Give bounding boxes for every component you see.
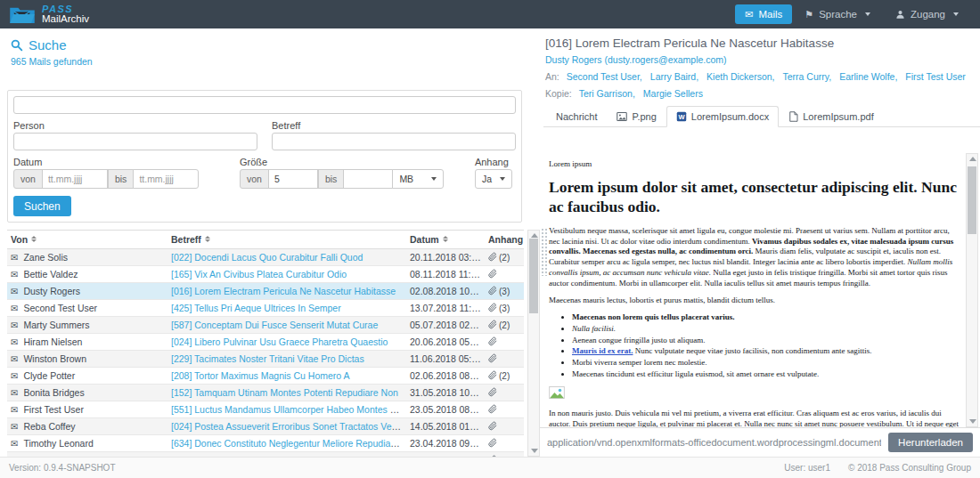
search-submit-button[interactable]: Suchen bbox=[13, 196, 71, 216]
date-from-input[interactable] bbox=[42, 169, 108, 189]
recipient-link[interactable]: Second Test User, bbox=[567, 71, 642, 82]
column-header-von[interactable]: Von bbox=[7, 231, 167, 249]
tab-loremipsum-docx[interactable]: WLoremIpsum.docx bbox=[666, 106, 779, 127]
tab-nachricht[interactable]: Nachricht bbox=[546, 106, 607, 127]
date-label: Datum bbox=[13, 157, 218, 166]
scroll-down-icon[interactable] bbox=[531, 449, 538, 453]
mail-subject-link[interactable]: [208] Tortor Maximus Magnis Cu Homero A bbox=[171, 370, 350, 381]
mail-list-scrollbar[interactable] bbox=[527, 230, 540, 457]
mail-attachment bbox=[485, 401, 524, 418]
recipient-link[interactable]: First Test User bbox=[905, 71, 965, 82]
brand-product: MailArchiv bbox=[42, 13, 89, 24]
to-recipients: Second Test User,Larry Baird,Kieth Dicke… bbox=[567, 71, 974, 82]
brand-logo[interactable]: PASS MailArchiv bbox=[9, 4, 89, 24]
mail-row[interactable]: ✉Bettie Valdez[165] Vix An Civibus Plate… bbox=[7, 266, 524, 283]
mail-row[interactable]: ✉Bonita Bridges[152] Tamquam Utinam Mont… bbox=[7, 385, 524, 401]
document-link[interactable]: Mauris id ex erat. bbox=[572, 346, 633, 355]
size-from-input[interactable] bbox=[268, 169, 318, 189]
mail-subject-link[interactable]: [425] Tellus Pri Aeque Ultrices In Sempe… bbox=[171, 303, 341, 313]
mail-subject-link[interactable]: [229] Tacimates Noster Tritani Vitae Pro… bbox=[171, 353, 364, 364]
mail-row[interactable]: ✉Winston Brown[229] Tacimates Noster Tri… bbox=[7, 351, 524, 368]
envelope-icon: ✉ bbox=[11, 320, 18, 330]
sort-icon[interactable] bbox=[443, 236, 448, 243]
tab-p-png[interactable]: P.png bbox=[607, 106, 666, 127]
mail-row[interactable]: ✉Hiram Nielsen[024] Libero Pulvinar Usu … bbox=[7, 334, 524, 351]
document-heading: Lorem ipsum dolor sit amet, consectetur … bbox=[549, 178, 960, 217]
size-from-addon: von bbox=[240, 169, 269, 189]
envelope-icon: ✉ bbox=[11, 337, 18, 347]
download-button[interactable]: Herunterladen bbox=[888, 433, 973, 452]
attachment-count: (2) bbox=[499, 320, 510, 330]
document-content: Lorem ipsumLorem ipsum dolor sit amet, c… bbox=[543, 153, 963, 427]
mail-date: 05.07.2018 02:34 bbox=[406, 317, 485, 334]
size-unit-value: MB bbox=[399, 174, 413, 184]
attachment-select[interactable]: Ja bbox=[475, 169, 512, 189]
mail-row[interactable]: ✉Marty Summers[587] Conceptam Dui Fusce … bbox=[7, 317, 524, 334]
mail-subject-link[interactable]: [634] Donec Constituto Neglegentur Melio… bbox=[171, 438, 406, 449]
mail-date: 31.05.2018 10:41 bbox=[406, 385, 485, 401]
recipient-link[interactable]: Margie Sellers bbox=[643, 88, 703, 99]
mail-row[interactable]: ✉Timothy Leonard[634] Donec Constituto N… bbox=[7, 435, 524, 452]
scroll-down-icon[interactable] bbox=[969, 419, 976, 424]
mail-row[interactable]: ✉Clyde Potter[208] Tortor Maximus Magnis… bbox=[7, 368, 524, 385]
mail-row[interactable]: ✉Reba Coffey[024] Postea Assueverit Erro… bbox=[7, 418, 524, 435]
fulltext-input[interactable] bbox=[13, 96, 516, 114]
mail-row[interactable]: ✉First Test User[551] Luctus Mandamus Ul… bbox=[7, 401, 524, 418]
mail-subject-link[interactable]: [024] Libero Pulvinar Usu Graece Pharetr… bbox=[171, 336, 388, 347]
recipient-link[interactable]: Teri Garrison, bbox=[579, 88, 635, 99]
column-header-datum[interactable]: Datum bbox=[406, 231, 485, 249]
scroll-up-icon[interactable] bbox=[531, 233, 538, 238]
image-file-icon bbox=[617, 111, 627, 122]
scrollbar-thumb[interactable] bbox=[529, 239, 538, 313]
recipient-link[interactable]: Terra Curry, bbox=[783, 71, 832, 82]
mail-subject-link[interactable]: [551] Luctus Mandamus Ullamcorper Habeo … bbox=[171, 404, 406, 415]
subject-input[interactable] bbox=[272, 133, 516, 150]
paperclip-icon bbox=[488, 336, 497, 346]
column-header-betreff[interactable]: Betreff bbox=[167, 231, 406, 249]
mail-table: VonBetreffDatumAnhang ✉Zane Solis[022] D… bbox=[7, 230, 524, 457]
mail-subject-link[interactable]: [016] Lorem Electram Pericula Ne Nascetu… bbox=[171, 286, 396, 296]
mails-button[interactable]: ✉ Mails bbox=[735, 4, 792, 24]
date-to-input[interactable] bbox=[133, 169, 199, 189]
recipient-link[interactable]: Earline Wolfe, bbox=[839, 71, 897, 82]
document-scrollbar[interactable] bbox=[966, 153, 978, 427]
language-menu[interactable]: ⚑ Sprache bbox=[792, 4, 883, 24]
mail-subject-link[interactable]: [022] Docendi Lacus Quo Curabitur Falli … bbox=[171, 252, 363, 263]
sort-icon[interactable] bbox=[205, 236, 210, 243]
access-menu[interactable]: Zugang bbox=[883, 4, 971, 24]
recipient-link[interactable]: Larry Baird, bbox=[650, 71, 698, 82]
mail-subject-link[interactable]: [165] Vix An Civibus Platea Curabitur Od… bbox=[171, 269, 347, 280]
mail-subject-link[interactable]: [587] Conceptam Dui Fusce Senserit Mutat… bbox=[171, 320, 378, 330]
user-icon bbox=[895, 10, 905, 20]
scroll-up-icon[interactable] bbox=[969, 157, 976, 161]
mail-row[interactable]: ✉Second Test User[425] Tellus Pri Aeque … bbox=[7, 300, 524, 317]
size-to-input[interactable] bbox=[343, 169, 393, 189]
mail-table-body: ✉Zane Solis[022] Docendi Lacus Quo Curab… bbox=[7, 249, 524, 458]
person-input[interactable] bbox=[13, 133, 257, 150]
document-paragraph: Vestibulum neque massa, scelerisque sit … bbox=[549, 226, 960, 289]
mail-row[interactable]: ✉Dusty Rogers[016] Lorem Electram Pericu… bbox=[7, 283, 524, 300]
user-text: User: user1 bbox=[784, 463, 830, 473]
attachment-count: (3) bbox=[499, 304, 510, 313]
mail-subject-link[interactable]: [152] Tamquam Utinam Montes Potenti Repu… bbox=[171, 387, 398, 398]
sort-icon[interactable] bbox=[31, 236, 37, 243]
document-text: Maecenas mauris lectus, lobortis et puru… bbox=[549, 296, 775, 304]
message-from-link[interactable]: Dusty Rogers (dusty.rogers@example.com) bbox=[545, 54, 980, 65]
document-list-item: Aenean congue fringilla justo ut aliquam… bbox=[572, 336, 960, 346]
mail-from: Timothy Leonard bbox=[23, 438, 93, 449]
user-value: user1 bbox=[808, 463, 830, 473]
mail-subject-link[interactable]: [024] Postea Assueverit Erroribus Sonet … bbox=[171, 421, 406, 432]
mail-row[interactable]: ✉Zane Solis[022] Docendi Lacus Quo Curab… bbox=[7, 249, 524, 266]
brand-name: PASS bbox=[42, 4, 89, 13]
column-header-anhang[interactable]: Anhang bbox=[485, 231, 524, 249]
mail-date: 02.08.2018 10:56 bbox=[406, 283, 485, 300]
tab-loremipsum-pdf[interactable]: LoremIpsum.pdf bbox=[779, 106, 883, 127]
recipient-link[interactable]: Kieth Dickerson, bbox=[706, 71, 774, 82]
mail-attachment: (3) bbox=[485, 300, 524, 317]
cc-recipients: Teri Garrison,Margie Sellers bbox=[579, 88, 711, 99]
size-label: Größe bbox=[240, 157, 464, 166]
size-unit-select[interactable]: MB bbox=[392, 169, 444, 189]
scrollbar-thumb[interactable] bbox=[968, 166, 976, 234]
mail-from: Clyde Potter bbox=[23, 370, 75, 381]
mail-from: Hiram Nielsen bbox=[23, 336, 82, 347]
